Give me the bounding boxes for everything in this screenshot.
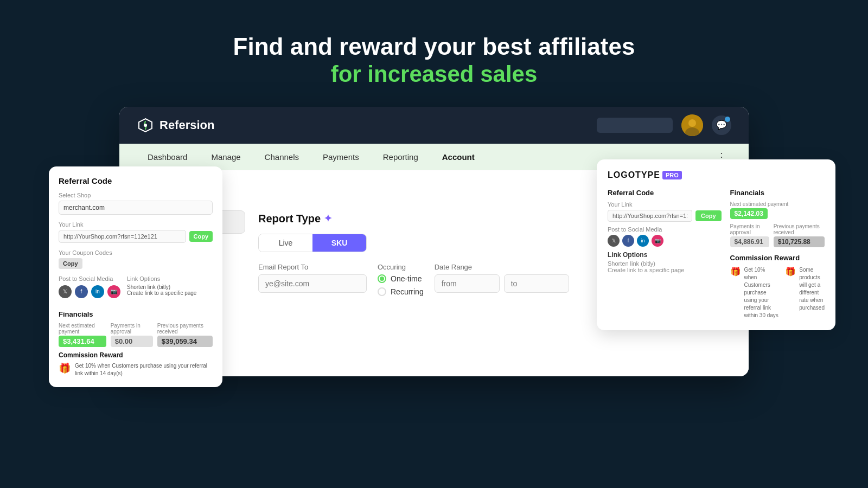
rc-instagram-icon[interactable]: 📷 [652,235,663,247]
radio-circle-one-time [378,274,386,283]
rc-prev-received-stat: Previous payments received $10,725.88 [774,223,825,247]
link-options-section: Link Options Shorten link (bitly) Create… [127,275,196,298]
rc-facebook-icon[interactable]: f [622,235,634,247]
next-payment-label: Next estimated payment [59,323,106,335]
date-range-inputs [435,274,569,293]
pro-badge: PRO [662,171,682,179]
your-link-row: Copy [59,230,213,243]
nav-item-channels[interactable]: Channels [254,144,310,170]
app-window: Refersion 💬 Dashboard Manage Channels Pa… [119,107,749,376]
copy-coupon-button[interactable]: Copy [59,258,82,269]
nav-item-reporting[interactable]: Reporting [372,144,429,170]
rc-commission-item-2: 🎁 Some products will get a different rat… [785,266,825,319]
radio-circle-recurring [378,287,386,296]
date-range-group: Date Range [435,263,569,293]
gift-icon: 🎁 [59,362,71,374]
date-range-label: Date Range [435,263,569,271]
select-shop-section: Select Shop merchant.com [59,192,213,215]
referral-card: Referral Code Select Shop merchant.com Y… [49,166,222,387]
rc-referral-title: Referral Code [608,189,722,197]
rc-commission-text-1: Get 10% when Customers purchase using yo… [744,266,779,319]
date-from-input[interactable] [435,274,500,293]
commission-text: Get 10% when Customers purchase using yo… [75,362,213,377]
top-bar-right: 💬 [597,114,731,136]
rc-link-input[interactable] [608,210,692,222]
post-social-section: Post to Social Media 𝕏 f in 📷 [59,275,120,298]
radio-group: One-time Recurring [378,274,424,296]
link-option-2: Create link to a specific page [127,290,196,296]
in-approval-value: $0.00 [111,336,153,347]
prev-received-value: $39,059.34 [157,336,213,347]
copy-link-button[interactable]: Copy [189,231,213,242]
chat-icon[interactable]: 💬 [712,115,731,135]
rc-copy-button[interactable]: Copy [695,210,722,221]
your-link-label: Your Link [59,221,213,228]
svg-point-0 [144,124,147,127]
rc-fin-row-1: $2,142.03 [730,208,825,219]
tab-sku[interactable]: SKU [312,234,366,252]
rc-in-approval-label: Payments in approval [730,223,769,235]
rc-next-payment-label: Next estimated payment [730,201,825,207]
coupon-section: Your Coupon Codes Copy [59,249,213,269]
rc-financials-section: Financials Next estimated payment $2,142… [730,189,825,319]
social-icons: 𝕏 f in 📷 [59,285,120,298]
select-shop-label: Select Shop [59,192,213,198]
headline-line2: for increased sales [233,61,635,87]
rc-fin-stats: Next estimated payment $2,142.03 Payment… [730,201,825,247]
logotype-row: LOGOTYPE PRO [608,170,825,180]
email-input[interactable] [258,274,367,293]
nav-item-payments[interactable]: Payments [312,144,370,170]
next-payment-stat: Next estimated payment $3,431.64 [59,323,106,347]
rc-twitter-icon[interactable]: 𝕏 [608,235,620,247]
rc-commission-row: 🎁 Get 10% when Customers purchase using … [730,266,825,319]
next-payment-value: $3,431.64 [59,336,106,347]
tab-live[interactable]: Live [259,234,312,252]
financials-section: Financials Next estimated payment $3,431… [59,310,213,377]
logotype-text: LOGOTYPE [608,170,660,180]
rc-referral-section: Referral Code Your Link Copy Post to Soc… [608,189,722,319]
rc-prev-received-value: $10,725.88 [774,236,825,247]
occurring-label: Occuring [378,263,424,271]
search-bar[interactable] [597,118,673,133]
in-approval-stat: Payments in approval $0.00 [111,323,153,347]
rc-in-approval-value: $4,886.91 [730,236,769,247]
radio-label-recurring: Recurring [391,287,424,296]
content-area: Reporting New Report Report Status Repor… [119,170,749,376]
instagram-icon[interactable]: 📷 [107,285,120,298]
avatar[interactable] [681,114,703,136]
nav-item-account[interactable]: Account [431,144,486,170]
rc-link-row: Copy [608,210,722,222]
headline-section: Find and reward your best affiliates for… [233,33,635,87]
your-link-input[interactable] [59,230,186,243]
logo-icon [137,117,154,134]
occurring-group: Occuring One-time Recurring [378,263,424,296]
radio-label-one-time: One-time [391,274,422,283]
date-to-input[interactable] [504,274,569,293]
commission-row: 🎁 Get 10% when Customers purchase using … [59,362,213,377]
select-shop-dropdown[interactable]: merchant.com [59,201,213,215]
rc-link-option-1: Shorten link (bitly) [608,260,722,267]
rc-in-approval-stat: Payments in approval $4,886.91 [730,223,769,247]
top-bar: Refersion 💬 [119,107,749,144]
logo: Refersion [137,117,214,134]
email-label: Email Report To [258,263,367,271]
linkedin-icon[interactable]: in [91,285,104,298]
rc-social-icons: 𝕏 f in 📷 [608,235,722,247]
link-options-label: Link Options [127,275,196,282]
rc-commission-title: Commission Reward [730,254,825,262]
social-link-row: Post to Social Media 𝕏 f in 📷 Link Optio… [59,275,213,305]
financials-title: Financials [59,310,213,318]
radio-recurring[interactable]: Recurring [378,287,424,296]
radio-one-time[interactable]: One-time [378,274,424,283]
rc-gift-icon-1: 🎁 [730,266,741,277]
rc-commission-section: Commission Reward 🎁 Get 10% when Custome… [730,254,825,319]
twitter-icon[interactable]: 𝕏 [59,285,72,298]
headline-line1: Find and reward your best affiliates [233,33,635,61]
rc-commission-item-1: 🎁 Get 10% when Customers purchase using … [730,266,779,319]
rc-linkedin-icon[interactable]: in [637,235,649,247]
facebook-icon[interactable]: f [75,285,88,298]
post-social-label: Post to Social Media [59,275,120,282]
in-approval-label: Payments in approval [111,323,153,335]
rc-next-payment-stat: Next estimated payment $2,142.03 [730,201,825,219]
rc-link-options-title: Link Options [608,251,722,259]
